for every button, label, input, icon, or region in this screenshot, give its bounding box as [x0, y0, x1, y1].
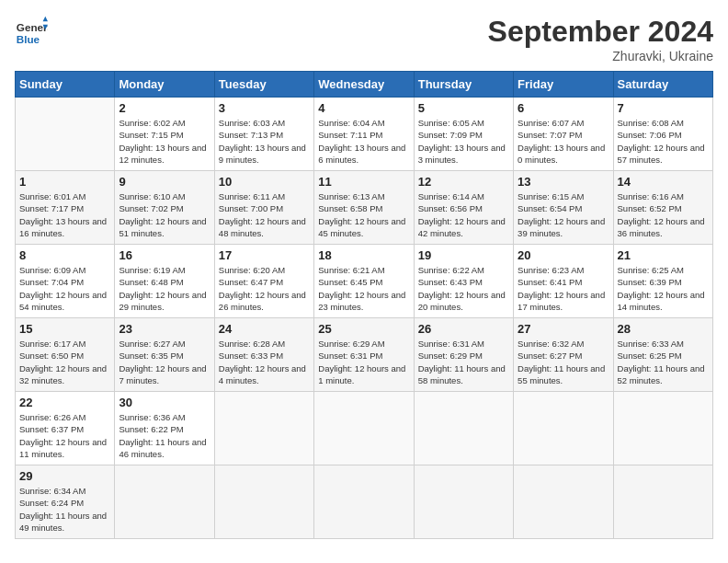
- logo: General Blue: [15, 15, 48, 48]
- day-number: 19: [418, 248, 509, 262]
- daylight-text: Daylight: 12 hours and 11 minutes.: [19, 437, 107, 459]
- day-info: Sunrise: 6:32 AM Sunset: 6:27 PM Dayligh…: [518, 338, 609, 386]
- calendar-day-cell: 1 Sunrise: 6:01 AM Sunset: 7:17 PM Dayli…: [16, 171, 115, 245]
- daylight-text: Daylight: 12 hours and 29 minutes.: [119, 290, 206, 312]
- calendar-day-cell: 7 Sunrise: 6:08 AM Sunset: 7:06 PM Dayli…: [613, 98, 712, 171]
- daylight-text: Daylight: 12 hours and 42 minutes.: [418, 216, 506, 238]
- day-info: Sunrise: 6:10 AM Sunset: 7:02 PM Dayligh…: [119, 190, 210, 239]
- calendar-day-cell: 30 Sunrise: 6:36 AM Sunset: 6:22 PM Dayl…: [115, 392, 214, 465]
- day-number: 12: [418, 175, 509, 189]
- sunset-text: Sunset: 7:15 PM: [119, 130, 183, 140]
- daylight-text: Daylight: 12 hours and 23 minutes.: [318, 290, 405, 312]
- calendar-day-cell: [514, 465, 613, 539]
- sunset-text: Sunset: 6:35 PM: [119, 350, 183, 361]
- day-number: 20: [518, 248, 609, 262]
- calendar-day-cell: 16 Sunrise: 6:19 AM Sunset: 6:48 PM Dayl…: [115, 245, 214, 318]
- sunrise-text: Sunrise: 6:20 AM: [219, 265, 285, 275]
- sunset-text: Sunset: 6:25 PM: [618, 350, 682, 361]
- calendar-day-cell: 19 Sunrise: 6:22 AM Sunset: 6:43 PM Dayl…: [414, 245, 513, 318]
- day-number: 7: [618, 101, 709, 115]
- calendar-day-cell: [214, 392, 313, 465]
- sunset-text: Sunset: 7:09 PM: [418, 130, 483, 140]
- day-info: Sunrise: 6:13 AM Sunset: 6:58 PM Dayligh…: [318, 190, 409, 239]
- month-title: September 2024: [488, 15, 713, 49]
- sunrise-text: Sunrise: 6:15 AM: [518, 191, 584, 201]
- sunrise-text: Sunrise: 6:09 AM: [19, 265, 85, 275]
- day-number: 23: [119, 322, 210, 336]
- calendar-day-cell: [514, 392, 613, 465]
- day-number: 17: [219, 248, 310, 262]
- calendar-day-cell: 23 Sunrise: 6:27 AM Sunset: 6:35 PM Dayl…: [115, 318, 214, 392]
- daylight-text: Daylight: 11 hours and 52 minutes.: [618, 363, 705, 385]
- day-number: 13: [518, 175, 609, 189]
- calendar-day-cell: 25 Sunrise: 6:29 AM Sunset: 6:31 PM Dayl…: [314, 318, 414, 392]
- calendar-day-cell: 28 Sunrise: 6:33 AM Sunset: 6:25 PM Dayl…: [613, 318, 712, 392]
- col-header-tuesday: Tuesday: [214, 72, 313, 98]
- daylight-text: Daylight: 12 hours and 36 minutes.: [618, 216, 705, 238]
- sunset-text: Sunset: 7:06 PM: [618, 130, 682, 140]
- svg-marker-2: [43, 17, 48, 21]
- sunrise-text: Sunrise: 6:10 AM: [119, 191, 185, 201]
- calendar-day-cell: [414, 392, 513, 465]
- day-info: Sunrise: 6:19 AM Sunset: 6:48 PM Dayligh…: [119, 264, 210, 313]
- col-header-monday: Monday: [115, 72, 214, 98]
- logo-icon: General Blue: [15, 15, 48, 48]
- daylight-text: Daylight: 11 hours and 49 minutes.: [19, 511, 107, 533]
- sunrise-text: Sunrise: 6:16 AM: [618, 191, 684, 201]
- day-number: 6: [518, 101, 609, 115]
- day-number: 29: [19, 469, 110, 483]
- calendar-day-cell: 2 Sunrise: 6:02 AM Sunset: 7:15 PM Dayli…: [115, 98, 214, 171]
- daylight-text: Daylight: 12 hours and 26 minutes.: [219, 290, 306, 312]
- calendar-day-cell: 17 Sunrise: 6:20 AM Sunset: 6:47 PM Dayl…: [214, 245, 313, 318]
- sunset-text: Sunset: 7:07 PM: [518, 130, 582, 140]
- sunset-text: Sunset: 6:39 PM: [618, 277, 682, 287]
- daylight-text: Daylight: 13 hours and 16 minutes.: [19, 216, 107, 238]
- calendar-day-cell: [414, 465, 513, 539]
- day-info: Sunrise: 6:23 AM Sunset: 6:41 PM Dayligh…: [518, 264, 609, 313]
- day-number: 30: [119, 396, 210, 409]
- calendar-day-cell: 6 Sunrise: 6:07 AM Sunset: 7:07 PM Dayli…: [514, 98, 613, 171]
- sunrise-text: Sunrise: 6:03 AM: [219, 118, 285, 128]
- day-info: Sunrise: 6:31 AM Sunset: 6:29 PM Dayligh…: [418, 338, 509, 386]
- sunrise-text: Sunrise: 6:11 AM: [219, 191, 285, 201]
- sunset-text: Sunset: 6:43 PM: [418, 277, 483, 287]
- calendar-day-cell: 24 Sunrise: 6:28 AM Sunset: 6:33 PM Dayl…: [214, 318, 313, 392]
- day-number: 4: [318, 101, 409, 115]
- sunrise-text: Sunrise: 6:29 AM: [318, 339, 384, 349]
- day-info: Sunrise: 6:34 AM Sunset: 6:24 PM Dayligh…: [19, 485, 110, 534]
- daylight-text: Daylight: 13 hours and 9 minutes.: [219, 143, 306, 165]
- sunset-text: Sunset: 6:41 PM: [518, 277, 582, 287]
- day-number: 28: [618, 322, 709, 336]
- calendar-day-cell: [613, 392, 712, 465]
- sunset-text: Sunset: 7:04 PM: [19, 277, 84, 287]
- daylight-text: Daylight: 12 hours and 20 minutes.: [418, 290, 506, 312]
- daylight-text: Daylight: 12 hours and 1 minute.: [318, 363, 405, 385]
- day-number: 16: [119, 248, 210, 262]
- sunrise-text: Sunrise: 6:31 AM: [418, 339, 484, 349]
- day-info: Sunrise: 6:01 AM Sunset: 7:17 PM Dayligh…: [19, 190, 110, 239]
- daylight-text: Daylight: 13 hours and 0 minutes.: [518, 143, 605, 165]
- calendar-day-cell: 8 Sunrise: 6:09 AM Sunset: 7:04 PM Dayli…: [16, 245, 115, 318]
- day-info: Sunrise: 6:02 AM Sunset: 7:15 PM Dayligh…: [119, 117, 210, 166]
- day-info: Sunrise: 6:04 AM Sunset: 7:11 PM Dayligh…: [318, 117, 409, 166]
- sunrise-text: Sunrise: 6:17 AM: [19, 339, 85, 349]
- sunset-text: Sunset: 7:13 PM: [219, 130, 283, 140]
- day-number: 3: [219, 101, 310, 115]
- sunrise-text: Sunrise: 6:19 AM: [119, 265, 185, 275]
- sunset-text: Sunset: 6:27 PM: [518, 350, 582, 361]
- sunset-text: Sunset: 6:48 PM: [119, 277, 183, 287]
- calendar-day-cell: 12 Sunrise: 6:14 AM Sunset: 6:56 PM Dayl…: [414, 171, 513, 245]
- day-number: 22: [19, 396, 110, 409]
- sunrise-text: Sunrise: 6:04 AM: [318, 118, 384, 128]
- day-number: 25: [318, 322, 409, 336]
- day-number: 9: [119, 175, 210, 189]
- day-number: 5: [418, 101, 509, 115]
- day-info: Sunrise: 6:08 AM Sunset: 7:06 PM Dayligh…: [618, 117, 709, 166]
- daylight-text: Daylight: 11 hours and 55 minutes.: [518, 363, 605, 385]
- daylight-text: Daylight: 13 hours and 12 minutes.: [119, 143, 206, 165]
- calendar-day-cell: 15 Sunrise: 6:17 AM Sunset: 6:50 PM Dayl…: [16, 318, 115, 392]
- calendar-day-cell: [314, 392, 414, 465]
- daylight-text: Daylight: 12 hours and 32 minutes.: [19, 363, 107, 385]
- sunset-text: Sunset: 6:45 PM: [318, 277, 382, 287]
- sunset-text: Sunset: 6:50 PM: [19, 350, 84, 361]
